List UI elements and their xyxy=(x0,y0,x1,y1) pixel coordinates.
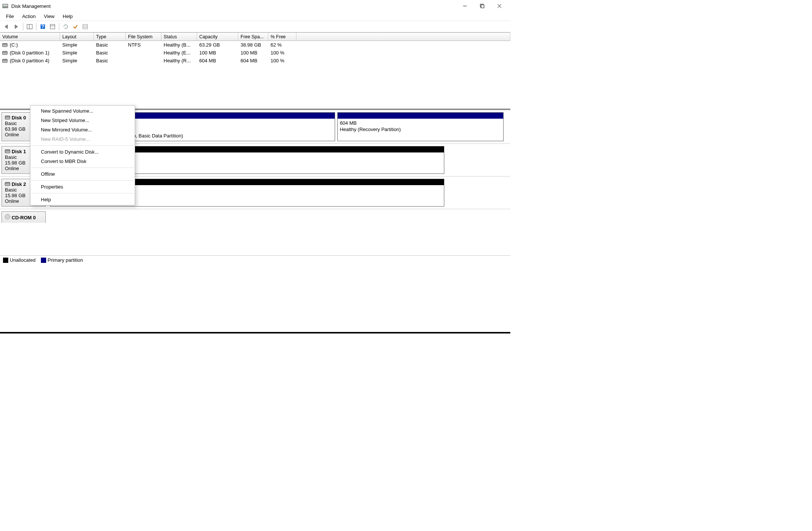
column-filesystem[interactable]: File System xyxy=(126,33,161,41)
window-title: Disk Management xyxy=(11,3,456,9)
disk-icon xyxy=(5,182,10,186)
column-layout[interactable]: Layout xyxy=(60,33,94,41)
volume-capacity: 100 MB xyxy=(197,50,238,56)
legend-primary: Primary partition xyxy=(41,257,83,263)
menu-convert-mbr[interactable]: Convert to MBR Disk xyxy=(30,157,135,166)
menu-properties[interactable]: Properties xyxy=(30,182,135,192)
toolbar: ? xyxy=(0,21,510,32)
volume-pct: 62 % xyxy=(268,42,296,48)
column-pctfree[interactable]: % Free xyxy=(268,33,296,41)
volume-status: Healthy (R... xyxy=(161,57,197,64)
svg-point-2 xyxy=(3,7,4,8)
volume-type: Basic xyxy=(94,50,126,56)
close-button[interactable] xyxy=(491,0,508,12)
drive-icon xyxy=(2,59,8,63)
volume-free: 100 MB xyxy=(238,50,268,56)
toolbar-separator xyxy=(36,23,36,30)
window-border-bottom xyxy=(0,332,510,333)
volume-row[interactable]: (Disk 0 partition 4) Simple Basic Health… xyxy=(0,57,510,65)
show-hide-console-icon[interactable] xyxy=(25,22,34,31)
menu-view[interactable]: View xyxy=(40,13,58,20)
volume-fs: NTFS xyxy=(126,42,161,48)
volume-free: 604 MB xyxy=(238,57,268,64)
volume-type: Basic xyxy=(94,57,126,64)
drive-icon xyxy=(2,51,8,55)
menu-new-mirrored-volume[interactable]: New Mirrored Volume... xyxy=(30,125,135,134)
menu-separator xyxy=(31,193,134,193)
disk-label[interactable]: CD-ROM 0 xyxy=(2,211,46,223)
volume-name: (Disk 0 partition 1) xyxy=(10,50,49,56)
toolbar-separator xyxy=(23,23,23,30)
menu-new-raid5-volume: New RAID-5 Volume... xyxy=(30,134,135,144)
menu-separator xyxy=(31,145,134,146)
legend: Unallocated Primary partition xyxy=(0,255,510,264)
volume-status: Healthy (E... xyxy=(161,50,197,56)
column-status[interactable]: Status xyxy=(161,33,197,41)
properties-icon[interactable] xyxy=(48,22,57,31)
disk-row: CD-ROM 0 xyxy=(0,209,510,225)
menu-offline[interactable]: Offline xyxy=(30,169,135,179)
toolbar-separator xyxy=(59,23,59,30)
volume-capacity: 63.29 GB xyxy=(197,42,238,48)
menu-help[interactable]: Help xyxy=(30,195,135,204)
menu-separator xyxy=(31,167,134,168)
column-freespace[interactable]: Free Spa... xyxy=(238,33,268,41)
menu-new-striped-volume[interactable]: New Striped Volume... xyxy=(30,116,135,125)
menu-new-spanned-volume[interactable]: New Spanned Volume... xyxy=(30,106,135,116)
minimize-button[interactable] xyxy=(456,0,474,12)
volume-body: (C:) Simple Basic NTFS Healthy (B... 63.… xyxy=(0,41,510,109)
check-icon[interactable] xyxy=(71,22,80,31)
forward-button[interactable] xyxy=(12,22,21,31)
legend-unallocated: Unallocated xyxy=(3,257,36,263)
disk-name: Disk 2 xyxy=(12,181,26,187)
column-volume[interactable]: Volume xyxy=(0,33,60,41)
svg-text:?: ? xyxy=(41,24,44,29)
app-icon xyxy=(2,3,8,9)
menubar: File Action View Help xyxy=(0,12,510,21)
volume-layout: Simple xyxy=(60,42,94,48)
volume-list: Volume Layout Type File System Status Ca… xyxy=(0,32,510,109)
swatch-primary-icon xyxy=(41,258,46,263)
cdrom-icon xyxy=(5,214,10,219)
menu-separator xyxy=(31,180,134,181)
maximize-button[interactable] xyxy=(474,0,491,12)
window-controls xyxy=(456,0,508,12)
volume-fs xyxy=(126,60,161,61)
disk-icon xyxy=(5,116,10,119)
drive-icon xyxy=(2,43,8,47)
svg-rect-8 xyxy=(27,24,32,29)
volume-name: (Disk 0 partition 4) xyxy=(10,58,49,63)
menu-file[interactable]: File xyxy=(2,13,18,20)
column-filler xyxy=(296,33,510,41)
volume-row[interactable]: (C:) Simple Basic NTFS Healthy (B... 63.… xyxy=(0,41,510,49)
menu-help[interactable]: Help xyxy=(59,13,77,20)
disk-name: CD-ROM 0 xyxy=(12,215,36,220)
list-icon[interactable] xyxy=(81,22,90,31)
column-capacity[interactable]: Capacity xyxy=(197,33,238,41)
titlebar: Disk Management xyxy=(0,0,510,12)
volume-layout: Simple xyxy=(60,57,94,64)
partition-line: 604 MB xyxy=(340,120,501,127)
volume-type: Basic xyxy=(94,42,126,48)
svg-rect-12 xyxy=(50,24,55,29)
column-type[interactable]: Type xyxy=(94,33,126,41)
volume-status: Healthy (B... xyxy=(161,42,197,48)
refresh-icon[interactable] xyxy=(61,22,70,31)
partition[interactable]: 604 MB Healthy (Recovery Partition) xyxy=(337,112,504,141)
disk-name: Disk 1 xyxy=(12,149,26,154)
volume-fs xyxy=(126,53,161,53)
back-button[interactable] xyxy=(2,22,11,31)
volume-free: 38.98 GB xyxy=(238,42,268,48)
volume-header-row: Volume Layout Type File System Status Ca… xyxy=(0,33,510,41)
svg-rect-14 xyxy=(83,24,87,29)
volume-capacity: 604 MB xyxy=(197,57,238,64)
disk-name: Disk 0 xyxy=(12,115,26,121)
menu-action[interactable]: Action xyxy=(18,13,39,20)
help-icon[interactable]: ? xyxy=(38,22,47,31)
volume-name: (C:) xyxy=(10,42,18,48)
volume-row[interactable]: (Disk 0 partition 1) Simple Basic Health… xyxy=(0,49,510,57)
svg-rect-5 xyxy=(481,5,484,8)
volume-pct: 100 % xyxy=(268,50,296,56)
volume-layout: Simple xyxy=(60,50,94,56)
menu-convert-dynamic[interactable]: Convert to Dynamic Disk... xyxy=(30,147,135,157)
